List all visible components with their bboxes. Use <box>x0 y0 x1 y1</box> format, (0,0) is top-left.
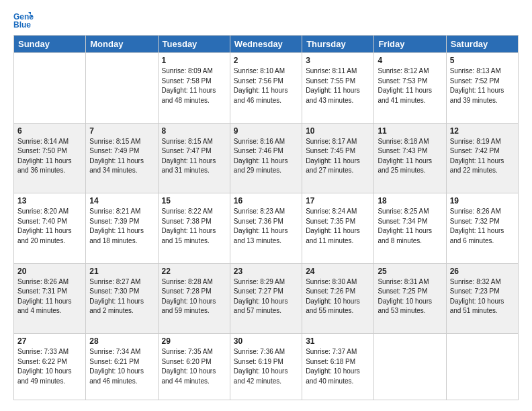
day-number: 5 <box>450 56 515 65</box>
day-info: Sunrise: 8:10 AM Sunset: 7:56 PM Dayligh… <box>234 66 298 105</box>
day-info: Sunrise: 8:32 AM Sunset: 7:23 PM Dayligh… <box>450 277 515 316</box>
logo: General Blue <box>13 11 36 30</box>
day-info: Sunrise: 8:19 AM Sunset: 7:42 PM Dayligh… <box>450 137 515 176</box>
calendar-week-row: 1Sunrise: 8:09 AM Sunset: 7:58 PM Daylig… <box>14 53 519 124</box>
calendar-table: SundayMondayTuesdayWednesdayThursdayFrid… <box>13 35 519 400</box>
day-number: 14 <box>89 196 154 205</box>
day-info: Sunrise: 7:35 AM Sunset: 6:20 PM Dayligh… <box>162 347 226 386</box>
calendar-cell: 19Sunrise: 8:26 AM Sunset: 7:32 PM Dayli… <box>446 193 518 264</box>
weekday-header-tuesday: Tuesday <box>158 36 230 53</box>
calendar-cell: 29Sunrise: 7:35 AM Sunset: 6:20 PM Dayli… <box>158 334 230 400</box>
calendar-cell: 18Sunrise: 8:25 AM Sunset: 7:34 PM Dayli… <box>374 193 446 264</box>
weekday-header-row: SundayMondayTuesdayWednesdayThursdayFrid… <box>14 36 519 53</box>
calendar-week-row: 20Sunrise: 8:26 AM Sunset: 7:31 PM Dayli… <box>14 263 519 334</box>
day-number: 4 <box>378 56 442 65</box>
calendar-cell <box>86 53 158 124</box>
day-info: Sunrise: 8:17 AM Sunset: 7:45 PM Dayligh… <box>306 137 370 176</box>
day-info: Sunrise: 8:20 AM Sunset: 7:40 PM Dayligh… <box>17 207 82 246</box>
day-number: 22 <box>162 267 226 276</box>
day-number: 31 <box>306 336 370 346</box>
day-info: Sunrise: 7:34 AM Sunset: 6:21 PM Dayligh… <box>89 347 154 386</box>
day-info: Sunrise: 8:27 AM Sunset: 7:30 PM Dayligh… <box>89 277 154 316</box>
calendar-cell <box>14 53 86 124</box>
calendar-cell: 27Sunrise: 7:33 AM Sunset: 6:22 PM Dayli… <box>14 334 86 400</box>
day-number: 3 <box>306 56 370 65</box>
calendar-cell: 20Sunrise: 8:26 AM Sunset: 7:31 PM Dayli… <box>14 263 86 334</box>
calendar-cell: 30Sunrise: 7:36 AM Sunset: 6:19 PM Dayli… <box>230 334 302 400</box>
day-info: Sunrise: 8:15 AM Sunset: 7:49 PM Dayligh… <box>89 137 154 176</box>
day-number: 7 <box>89 126 154 136</box>
calendar-cell: 11Sunrise: 8:18 AM Sunset: 7:43 PM Dayli… <box>374 123 446 193</box>
day-info: Sunrise: 8:18 AM Sunset: 7:43 PM Dayligh… <box>378 137 442 176</box>
calendar-cell: 13Sunrise: 8:20 AM Sunset: 7:40 PM Dayli… <box>14 193 86 264</box>
calendar-cell: 10Sunrise: 8:17 AM Sunset: 7:45 PM Dayli… <box>302 123 374 193</box>
day-info: Sunrise: 8:31 AM Sunset: 7:25 PM Dayligh… <box>378 277 442 316</box>
calendar-cell: 24Sunrise: 8:30 AM Sunset: 7:26 PM Dayli… <box>302 263 374 334</box>
header: General Blue <box>13 11 519 30</box>
day-info: Sunrise: 8:29 AM Sunset: 7:27 PM Dayligh… <box>234 277 298 316</box>
calendar-cell: 2Sunrise: 8:10 AM Sunset: 7:56 PM Daylig… <box>230 53 302 124</box>
day-number: 29 <box>162 336 226 346</box>
calendar-cell: 28Sunrise: 7:34 AM Sunset: 6:21 PM Dayli… <box>86 334 158 400</box>
day-info: Sunrise: 8:12 AM Sunset: 7:53 PM Dayligh… <box>378 66 442 105</box>
calendar-cell: 31Sunrise: 7:37 AM Sunset: 6:18 PM Dayli… <box>302 334 374 400</box>
day-info: Sunrise: 7:37 AM Sunset: 6:18 PM Dayligh… <box>306 347 370 386</box>
day-number: 21 <box>89 267 154 276</box>
calendar-cell: 6Sunrise: 8:14 AM Sunset: 7:50 PM Daylig… <box>14 123 86 193</box>
day-info: Sunrise: 7:36 AM Sunset: 6:19 PM Dayligh… <box>234 347 298 386</box>
day-info: Sunrise: 8:22 AM Sunset: 7:38 PM Dayligh… <box>162 207 226 246</box>
calendar-week-row: 27Sunrise: 7:33 AM Sunset: 6:22 PM Dayli… <box>14 334 519 400</box>
day-number: 1 <box>162 56 226 65</box>
day-number: 28 <box>89 336 154 346</box>
day-number: 23 <box>234 267 298 276</box>
calendar-cell: 15Sunrise: 8:22 AM Sunset: 7:38 PM Dayli… <box>158 193 230 264</box>
svg-text:Blue: Blue <box>13 20 31 30</box>
calendar-cell <box>374 334 446 400</box>
day-info: Sunrise: 8:26 AM Sunset: 7:31 PM Dayligh… <box>17 277 82 316</box>
day-info: Sunrise: 8:23 AM Sunset: 7:36 PM Dayligh… <box>234 207 298 246</box>
day-number: 12 <box>450 126 515 136</box>
day-number: 10 <box>306 126 370 136</box>
calendar-cell: 9Sunrise: 8:16 AM Sunset: 7:46 PM Daylig… <box>230 123 302 193</box>
day-number: 17 <box>306 196 370 205</box>
day-info: Sunrise: 8:28 AM Sunset: 7:28 PM Dayligh… <box>162 277 226 316</box>
calendar-cell: 21Sunrise: 8:27 AM Sunset: 7:30 PM Dayli… <box>86 263 158 334</box>
day-info: Sunrise: 8:30 AM Sunset: 7:26 PM Dayligh… <box>306 277 370 316</box>
calendar-cell: 17Sunrise: 8:24 AM Sunset: 7:35 PM Dayli… <box>302 193 374 264</box>
day-number: 6 <box>17 126 82 136</box>
day-number: 15 <box>162 196 226 205</box>
calendar-cell: 1Sunrise: 8:09 AM Sunset: 7:58 PM Daylig… <box>158 53 230 124</box>
calendar-cell: 26Sunrise: 8:32 AM Sunset: 7:23 PM Dayli… <box>446 263 518 334</box>
calendar-cell: 22Sunrise: 8:28 AM Sunset: 7:28 PM Dayli… <box>158 263 230 334</box>
day-info: Sunrise: 8:25 AM Sunset: 7:34 PM Dayligh… <box>378 207 442 246</box>
calendar-cell: 16Sunrise: 8:23 AM Sunset: 7:36 PM Dayli… <box>230 193 302 264</box>
day-number: 18 <box>378 196 442 205</box>
day-number: 30 <box>234 336 298 346</box>
calendar-cell: 12Sunrise: 8:19 AM Sunset: 7:42 PM Dayli… <box>446 123 518 193</box>
calendar-cell <box>446 334 518 400</box>
day-info: Sunrise: 8:26 AM Sunset: 7:32 PM Dayligh… <box>450 207 515 246</box>
calendar-cell: 23Sunrise: 8:29 AM Sunset: 7:27 PM Dayli… <box>230 263 302 334</box>
day-number: 9 <box>234 126 298 136</box>
day-info: Sunrise: 8:21 AM Sunset: 7:39 PM Dayligh… <box>89 207 154 246</box>
weekday-header-monday: Monday <box>86 36 158 53</box>
day-info: Sunrise: 8:11 AM Sunset: 7:55 PM Dayligh… <box>306 66 370 105</box>
day-info: Sunrise: 8:15 AM Sunset: 7:47 PM Dayligh… <box>162 137 226 176</box>
day-info: Sunrise: 8:13 AM Sunset: 7:52 PM Dayligh… <box>450 66 515 105</box>
day-info: Sunrise: 8:16 AM Sunset: 7:46 PM Dayligh… <box>234 137 298 176</box>
day-info: Sunrise: 8:14 AM Sunset: 7:50 PM Dayligh… <box>17 137 82 176</box>
day-number: 24 <box>306 267 370 276</box>
page: General Blue SundayMondayTuesdayWednesda… <box>0 0 532 411</box>
calendar-cell: 8Sunrise: 8:15 AM Sunset: 7:47 PM Daylig… <box>158 123 230 193</box>
day-number: 19 <box>450 196 515 205</box>
day-number: 16 <box>234 196 298 205</box>
calendar-cell: 25Sunrise: 8:31 AM Sunset: 7:25 PM Dayli… <box>374 263 446 334</box>
calendar-cell: 5Sunrise: 8:13 AM Sunset: 7:52 PM Daylig… <box>446 53 518 124</box>
day-number: 25 <box>378 267 442 276</box>
weekday-header-sunday: Sunday <box>14 36 86 53</box>
weekday-header-thursday: Thursday <box>302 36 374 53</box>
calendar-week-row: 6Sunrise: 8:14 AM Sunset: 7:50 PM Daylig… <box>14 123 519 193</box>
day-number: 26 <box>450 267 515 276</box>
day-number: 8 <box>162 126 226 136</box>
weekday-header-wednesday: Wednesday <box>230 36 302 53</box>
